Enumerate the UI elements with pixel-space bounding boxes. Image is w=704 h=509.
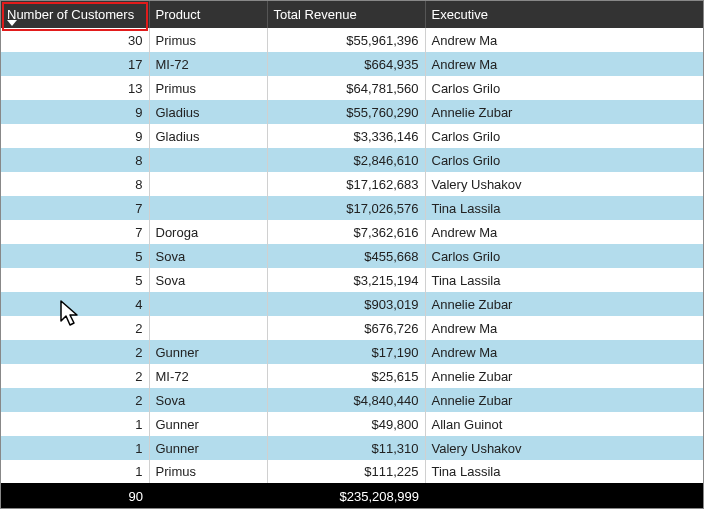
cell-customers: 2 xyxy=(1,364,149,388)
table-row[interactable]: 5 Sova $455,668 Carlos Grilo xyxy=(1,244,703,268)
cell-customers: 7 xyxy=(1,196,149,220)
cell-executive: Tina Lassila xyxy=(425,268,703,292)
cell-revenue: $49,800 xyxy=(267,412,425,436)
table-row[interactable]: 30 Primus $55,961,396 Andrew Ma xyxy=(1,28,703,52)
cell-executive: Tina Lassila xyxy=(425,460,703,483)
cell-product: Gladius xyxy=(149,100,267,124)
total-executive xyxy=(425,483,703,508)
cell-executive: Andrew Ma xyxy=(425,220,703,244)
cell-product: Sova xyxy=(149,268,267,292)
col-header-customers[interactable]: Number of Customers xyxy=(1,1,149,28)
cell-product: Gunner xyxy=(149,436,267,460)
table-row[interactable]: 2 MI-72 $25,615 Annelie Zubar xyxy=(1,364,703,388)
cell-executive: Andrew Ma xyxy=(425,316,703,340)
cell-revenue: $903,019 xyxy=(267,292,425,316)
cell-executive: Annelie Zubar xyxy=(425,364,703,388)
data-table: Number of Customers Product Total Revenu… xyxy=(1,1,703,508)
cell-executive: Annelie Zubar xyxy=(425,292,703,316)
table-row[interactable]: 2 Gunner $17,190 Andrew Ma xyxy=(1,340,703,364)
cell-product xyxy=(149,316,267,340)
cell-revenue: $55,961,396 xyxy=(267,28,425,52)
cell-product: MI-72 xyxy=(149,52,267,76)
cell-product: Sova xyxy=(149,388,267,412)
cell-revenue: $17,026,576 xyxy=(267,196,425,220)
cell-customers: 5 xyxy=(1,268,149,292)
table-row[interactable]: 7 Doroga $7,362,616 Andrew Ma xyxy=(1,220,703,244)
cell-revenue: $11,310 xyxy=(267,436,425,460)
table-row[interactable]: 1 Gunner $11,310 Valery Ushakov xyxy=(1,436,703,460)
cell-product xyxy=(149,292,267,316)
cell-customers: 2 xyxy=(1,388,149,412)
cell-revenue: $3,336,146 xyxy=(267,124,425,148)
cell-customers: 2 xyxy=(1,340,149,364)
cell-executive: Allan Guinot xyxy=(425,412,703,436)
table-body: 30 Primus $55,961,396 Andrew Ma 17 MI-72… xyxy=(1,28,703,483)
cell-product: Primus xyxy=(149,460,267,483)
cell-revenue: $4,840,440 xyxy=(267,388,425,412)
cell-executive: Annelie Zubar xyxy=(425,100,703,124)
cell-product xyxy=(149,196,267,220)
totals-row: 90 $235,208,999 xyxy=(1,483,703,508)
total-revenue: $235,208,999 xyxy=(267,483,425,508)
table-row[interactable]: 2 $676,726 Andrew Ma xyxy=(1,316,703,340)
cell-product: MI-72 xyxy=(149,364,267,388)
cell-executive: Valery Ushakov xyxy=(425,172,703,196)
col-header-product[interactable]: Product xyxy=(149,1,267,28)
cell-product: Gladius xyxy=(149,124,267,148)
cell-customers: 1 xyxy=(1,460,149,483)
cell-product: Doroga xyxy=(149,220,267,244)
cell-customers: 4 xyxy=(1,292,149,316)
table-row[interactable]: 8 $2,846,610 Carlos Grilo xyxy=(1,148,703,172)
table-row[interactable]: 1 Primus $111,225 Tina Lassila xyxy=(1,460,703,483)
cell-product: Primus xyxy=(149,28,267,52)
cell-product: Gunner xyxy=(149,412,267,436)
cell-revenue: $17,190 xyxy=(267,340,425,364)
table-row[interactable]: 2 Sova $4,840,440 Annelie Zubar xyxy=(1,388,703,412)
table-row[interactable]: 13 Primus $64,781,560 Carlos Grilo xyxy=(1,76,703,100)
cell-product xyxy=(149,148,267,172)
table-row[interactable]: 7 $17,026,576 Tina Lassila xyxy=(1,196,703,220)
table-row[interactable]: 17 MI-72 $664,935 Andrew Ma xyxy=(1,52,703,76)
cell-executive: Andrew Ma xyxy=(425,28,703,52)
col-header-executive[interactable]: Executive xyxy=(425,1,703,28)
cell-customers: 30 xyxy=(1,28,149,52)
cell-product xyxy=(149,172,267,196)
cell-customers: 13 xyxy=(1,76,149,100)
total-product xyxy=(149,483,267,508)
data-table-container: Number of Customers Product Total Revenu… xyxy=(1,1,703,508)
cell-customers: 8 xyxy=(1,148,149,172)
cell-customers: 5 xyxy=(1,244,149,268)
cell-executive: Carlos Grilo xyxy=(425,148,703,172)
cell-executive: Andrew Ma xyxy=(425,52,703,76)
cell-customers: 9 xyxy=(1,100,149,124)
cell-executive: Valery Ushakov xyxy=(425,436,703,460)
cell-product: Primus xyxy=(149,76,267,100)
cell-customers: 17 xyxy=(1,52,149,76)
table-row[interactable]: 4 $903,019 Annelie Zubar xyxy=(1,292,703,316)
cell-revenue: $55,760,290 xyxy=(267,100,425,124)
cell-revenue: $7,362,616 xyxy=(267,220,425,244)
cell-executive: Carlos Grilo xyxy=(425,124,703,148)
cell-executive: Tina Lassila xyxy=(425,196,703,220)
cell-revenue: $676,726 xyxy=(267,316,425,340)
sort-desc-icon xyxy=(7,20,17,26)
table-row[interactable]: 9 Gladius $55,760,290 Annelie Zubar xyxy=(1,100,703,124)
cell-revenue: $455,668 xyxy=(267,244,425,268)
cell-product: Gunner xyxy=(149,340,267,364)
cell-executive: Carlos Grilo xyxy=(425,76,703,100)
col-header-customers-label: Number of Customers xyxy=(7,7,134,22)
cell-revenue: $17,162,683 xyxy=(267,172,425,196)
header-row: Number of Customers Product Total Revenu… xyxy=(1,1,703,28)
cell-revenue: $3,215,194 xyxy=(267,268,425,292)
cell-revenue: $2,846,610 xyxy=(267,148,425,172)
cell-customers: 7 xyxy=(1,220,149,244)
cell-customers: 1 xyxy=(1,412,149,436)
cell-revenue: $25,615 xyxy=(267,364,425,388)
cell-revenue: $111,225 xyxy=(267,460,425,483)
table-row[interactable]: 9 Gladius $3,336,146 Carlos Grilo xyxy=(1,124,703,148)
table-row[interactable]: 8 $17,162,683 Valery Ushakov xyxy=(1,172,703,196)
cell-revenue: $64,781,560 xyxy=(267,76,425,100)
col-header-revenue[interactable]: Total Revenue xyxy=(267,1,425,28)
table-row[interactable]: 1 Gunner $49,800 Allan Guinot xyxy=(1,412,703,436)
table-row[interactable]: 5 Sova $3,215,194 Tina Lassila xyxy=(1,268,703,292)
